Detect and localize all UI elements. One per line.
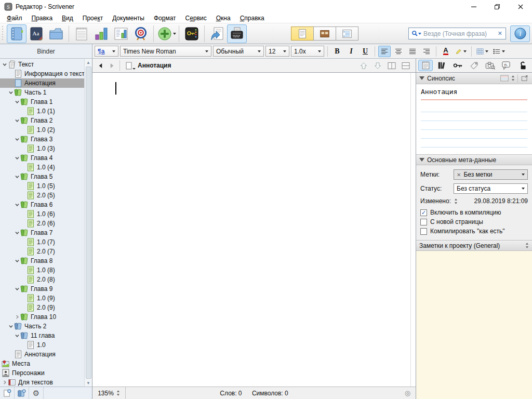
inspector-tab-notepad[interactable] [418, 60, 433, 71]
chevron-open-icon[interactable] [14, 155, 20, 161]
scroll-down-icon[interactable]: ▼ [85, 379, 92, 387]
index-card-icon[interactable] [500, 75, 509, 82]
status-combo[interactable]: Без статуса [454, 183, 528, 194]
barchart-button[interactable] [91, 24, 111, 43]
checkbox[interactable] [420, 228, 427, 235]
binder-row[interactable]: 1.0 (7) [0, 237, 84, 247]
add-dropdown-icon[interactable] [173, 33, 176, 35]
inspector-tab-camera[interactable] [483, 60, 497, 71]
binder-button[interactable] [7, 24, 26, 43]
inspector-tab-books[interactable] [434, 60, 449, 71]
align-right-button[interactable] [420, 46, 433, 57]
inspector-tab-key[interactable] [450, 60, 465, 71]
notes-spinner-icon[interactable] [525, 242, 529, 249]
binder-row[interactable]: 2.0 (9) [0, 303, 84, 312]
split-horizontal-button[interactable] [400, 60, 411, 71]
chevron-open-icon[interactable] [2, 61, 8, 68]
synopsis-title[interactable]: Аннотация [421, 88, 527, 100]
inspector-tab-tag[interactable] [467, 60, 481, 71]
menu-item-4[interactable]: Проект [78, 14, 108, 23]
add-document-button[interactable] [0, 387, 14, 399]
align-left-button[interactable] [378, 46, 391, 57]
document-view-button[interactable] [291, 26, 314, 41]
next-document-button[interactable] [372, 60, 383, 71]
compile-button[interactable] [207, 24, 227, 43]
menu-item-8[interactable]: Окна [211, 14, 235, 23]
style-preset-combo[interactable]: ¶a [95, 46, 118, 57]
editor-content[interactable] [92, 73, 416, 387]
binder-row[interactable]: Глава 7 [0, 228, 84, 237]
binder-row[interactable]: 2.0 (8) [0, 275, 84, 284]
gear-button[interactable]: ⚙ [29, 387, 43, 399]
binder-row[interactable]: 1.0 (2) [0, 125, 84, 135]
binder-row[interactable]: Глава 8 [0, 256, 84, 265]
binder-row[interactable]: Персонажи [0, 368, 84, 378]
binder-row[interactable]: Аннотация [0, 78, 84, 88]
binder-row[interactable]: Глава 9 [0, 284, 84, 294]
menu-item-1[interactable]: Файл [2, 14, 27, 23]
editor-scrollbar[interactable] [410, 73, 416, 387]
scroll-up-icon[interactable]: ▲ [85, 59, 92, 66]
binder-row[interactable]: Глава 10 [0, 312, 84, 322]
binder-row[interactable]: Глава 1 [0, 97, 84, 107]
menu-item-2[interactable]: Правка [27, 14, 58, 23]
chevron-open-icon[interactable] [8, 323, 14, 329]
minimize-button[interactable] [462, 0, 485, 14]
corkboard-view-button[interactable] [313, 26, 336, 41]
binder-row[interactable]: 2.0 (7) [0, 247, 84, 256]
checkbox[interactable] [420, 219, 427, 225]
keywords-button[interactable] [182, 24, 202, 43]
folder-button[interactable] [46, 24, 66, 43]
binder-row[interactable]: 1.0 [0, 340, 84, 350]
binder-row[interactable]: 1.0 (6) [0, 209, 84, 219]
text-color-button[interactable]: A [440, 46, 452, 57]
target-button[interactable] [131, 24, 151, 43]
metadata-section-header[interactable]: Основные мета-данные [416, 155, 532, 165]
binder-row[interactable]: 2.0 (6) [0, 219, 84, 228]
menu-item-5[interactable]: Документы [108, 14, 149, 23]
binder-row[interactable]: Информация о тексте [0, 69, 84, 78]
previous-document-button[interactable] [358, 60, 369, 71]
binder-row[interactable]: 1.0 (8) [0, 265, 84, 275]
modified-spinner-icon[interactable] [454, 198, 458, 205]
toolbar-grip[interactable] [2, 26, 5, 42]
chevron-open-icon[interactable] [14, 117, 20, 124]
chevron-closed-icon[interactable] [2, 379, 8, 385]
binder-row[interactable]: Часть 2 [0, 322, 84, 331]
font-family-combo[interactable]: Times New Roman [120, 46, 211, 57]
synopsis-section-header[interactable]: Синопсис [416, 73, 532, 84]
search-clear-icon[interactable]: ✕ [497, 30, 503, 37]
chevron-open-icon[interactable] [14, 286, 20, 292]
menu-item-6[interactable]: Формат [149, 14, 181, 23]
menu-item-3[interactable]: Вид [57, 14, 78, 23]
table-button[interactable] [475, 46, 490, 57]
binder-row[interactable]: Глава 3 [0, 135, 84, 144]
add-button[interactable] [156, 24, 176, 43]
menu-item-9[interactable]: Справка [235, 14, 269, 23]
inspector-lock-button[interactable] [515, 60, 530, 71]
text-page[interactable] [92, 73, 410, 387]
outliner-view-button[interactable] [336, 26, 358, 41]
restore-button[interactable] [485, 0, 509, 14]
chevron-closed-icon[interactable] [14, 314, 20, 320]
document-menu-button[interactable] [125, 62, 136, 70]
scrollbar-thumb[interactable] [86, 66, 91, 379]
binder-row[interactable]: 1.0 (3) [0, 144, 84, 153]
binder-row[interactable]: 1.0 (9) [0, 294, 84, 303]
binder-row[interactable]: Текст [0, 60, 84, 69]
dictionary-button[interactable]: Aa [26, 24, 46, 43]
highlight-button[interactable] [454, 46, 468, 57]
chevron-open-icon[interactable] [14, 258, 20, 264]
project-notes-area[interactable] [416, 251, 532, 399]
chevron-open-icon[interactable] [14, 332, 20, 339]
binder-row[interactable]: 1.0 (5) [0, 181, 84, 191]
font-size-combo[interactable]: 12 [265, 46, 289, 57]
binder-row[interactable]: Для текстов [0, 378, 84, 387]
split-vertical-button[interactable] [386, 60, 397, 71]
binder-row[interactable]: 2.0 (5) [0, 191, 84, 200]
add-folder-button[interactable] [15, 387, 29, 399]
inspector-toggle-button[interactable]: i [510, 25, 530, 42]
notepad-button[interactable] [72, 24, 91, 43]
synopsis-spinner-icon[interactable] [511, 75, 515, 82]
collapse-triangle-icon[interactable] [419, 158, 424, 162]
